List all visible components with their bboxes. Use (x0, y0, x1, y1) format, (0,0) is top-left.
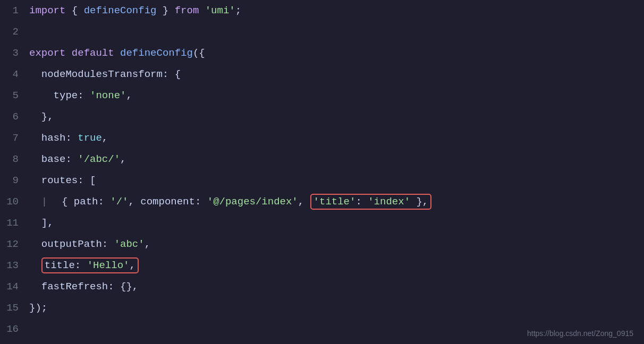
punct: , (120, 153, 126, 165)
property-key: fastRefresh (41, 281, 108, 293)
highlight-title: title: 'Hello', (41, 257, 139, 273)
line-number: 3 (0, 42, 29, 64)
line-content: }); (29, 297, 644, 319)
line-number: 15 (0, 297, 29, 319)
punct: }, (410, 196, 428, 208)
punct (114, 47, 120, 59)
punct: ], (41, 217, 54, 229)
string-value: 'title' (313, 196, 356, 208)
punct: ({ (193, 47, 205, 59)
property-key: nodeModulesTransform (41, 68, 163, 80)
punct: , (126, 90, 132, 101)
line-content: base: '/abc/', (29, 149, 644, 170)
line-number: 1 (0, 0, 29, 21)
punct: : (78, 90, 90, 101)
highlight-title-route: 'title': 'index' }, (310, 194, 432, 210)
property-key: hash (41, 132, 66, 144)
code-line-7: 7 hash: true, (0, 127, 644, 149)
punct: : (195, 196, 207, 208)
code-line-15: 15 }); (0, 297, 644, 319)
line-content: hash: true, (29, 127, 644, 149)
property-key: routes (41, 175, 78, 186)
code-line-1: 1 import { defineConfig } from 'umi'; (0, 0, 644, 21)
keyword-from: from (175, 5, 199, 16)
string-value: 'abc' (114, 238, 145, 250)
line-content: export default defineConfig({ (29, 42, 644, 64)
punct: : (75, 260, 87, 271)
gutter-bar: | (41, 196, 47, 208)
punct: : (65, 153, 78, 165)
keyword-default: default (72, 47, 114, 59)
punct: : (98, 196, 110, 208)
line-content: outputPath: 'abc', (29, 234, 644, 255)
line-content: title: 'Hello', (29, 255, 644, 276)
line-number: 2 (0, 21, 29, 42)
line-number: 7 (0, 127, 29, 149)
function-name: defineConfig (120, 47, 193, 59)
line-content: import { defineConfig } from 'umi'; (29, 0, 644, 21)
function-name: defineConfig (84, 5, 157, 16)
line-number: 13 (0, 255, 29, 276)
property-key: base (41, 153, 66, 165)
punct: , (145, 238, 150, 250)
punct: : (355, 196, 368, 208)
string-value: 'index' (368, 196, 410, 208)
punct: } (156, 5, 174, 16)
punct: : (65, 132, 78, 144)
punct: , (128, 196, 140, 208)
string: 'umi' (205, 5, 235, 16)
code-line-13: 13 title: 'Hello', (0, 255, 644, 276)
line-number: 5 (0, 85, 29, 106)
line-content: }, (29, 106, 644, 127)
line-number: 14 (0, 276, 29, 297)
string-value: 'none' (90, 90, 126, 101)
line-number: 12 (0, 234, 29, 255)
code-line-3: 3 export default defineConfig({ (0, 42, 644, 64)
property-key: type (54, 90, 78, 101)
punct: , (298, 196, 310, 208)
code-line-12: 12 outputPath: 'abc', (0, 234, 644, 255)
code-line-11: 11 ], (0, 212, 644, 234)
line-content: ], (29, 212, 644, 234)
punct (65, 47, 71, 59)
punct: : (102, 238, 114, 250)
watermark: https://blog.csdn.net/Zong_0915 (527, 329, 633, 338)
punct: : {}, (108, 281, 138, 293)
code-line-5: 5 type: 'none', (0, 85, 644, 106)
property-key: component (140, 196, 195, 208)
property-key: outputPath (41, 238, 102, 250)
line-content: fastRefresh: {}, (29, 276, 644, 297)
punct: : [ (78, 175, 96, 186)
string-value: '@/pages/index' (207, 196, 298, 208)
line-content (29, 21, 644, 42)
line-number: 6 (0, 106, 29, 127)
string-value: '/' (110, 196, 128, 208)
line-number: 10 (0, 191, 29, 212)
string-value: 'Hello' (87, 260, 130, 271)
code-line-9: 9 routes: [ (0, 170, 644, 191)
line-number: 16 (0, 319, 29, 340)
punct: }); (29, 302, 47, 314)
property-key: path (74, 196, 98, 208)
line-content: routes: [ (29, 170, 644, 191)
punct: { (62, 196, 74, 208)
code-line-2: 2 (0, 21, 644, 42)
punct: , (129, 260, 135, 271)
line-number: 4 (0, 64, 29, 85)
punct: { (65, 5, 83, 16)
punct: ; (235, 5, 241, 16)
punct (199, 5, 205, 16)
line-content: nodeModulesTransform: { (29, 64, 644, 85)
code-line-6: 6 }, (0, 106, 644, 127)
line-number: 11 (0, 212, 29, 234)
string-value: '/abc/' (78, 153, 120, 165)
keyword-import: import (29, 5, 65, 16)
line-content: type: 'none', (29, 85, 644, 106)
code-line-8: 8 base: '/abc/', (0, 149, 644, 170)
code-line-4: 4 nodeModulesTransform: { (0, 64, 644, 85)
code-line-10: 10 | { path: '/', component: '@/pages/in… (0, 191, 644, 212)
boolean-value: true (78, 132, 102, 144)
punct: , (102, 132, 108, 144)
line-number: 8 (0, 149, 29, 170)
property-key: title (45, 260, 75, 271)
